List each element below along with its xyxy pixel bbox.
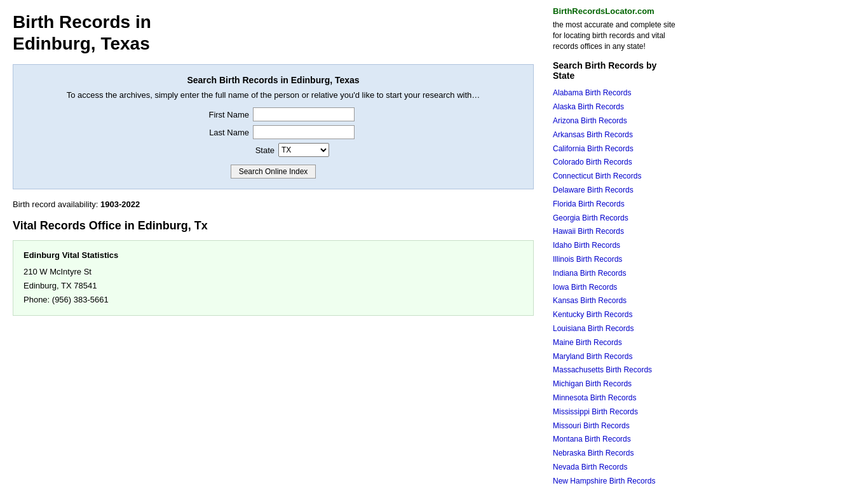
state-link-item: New Hampshire Birth Records [553,474,680,488]
office-address1: 210 W McIntyre St [24,265,523,279]
office-city-state-zip: Edinburg, TX 78541 [24,279,523,293]
last-name-input[interactable] [253,125,355,139]
state-link-item: Arkansas Birth Records [553,128,680,142]
state-link-item: Nebraska Birth Records [553,446,680,460]
state-link[interactable]: Alabama Birth Records [553,88,631,97]
state-link-item: Connecticut Birth Records [553,169,680,183]
state-link[interactable]: Massachusetts Birth Records [553,365,652,374]
state-link[interactable]: Delaware Birth Records [553,186,634,194]
state-select[interactable]: ALAKAZARCACOCTDEFLGAHIIDILINIAKSKYLAMEMD… [278,143,329,157]
last-name-row: Last Name [192,125,355,139]
state-link-item: Alaska Birth Records [553,100,680,114]
state-link[interactable]: Idaho Birth Records [553,241,620,250]
search-form: First Name Last Name State ALAKAZARCACOC… [24,107,523,179]
state-link-item: Florida Birth Records [553,197,680,211]
search-button[interactable]: Search Online Index [231,165,316,179]
state-link-item: Arizona Birth Records [553,114,680,128]
state-link[interactable]: Mississippi Birth Records [553,407,638,416]
state-link-item: Indiana Birth Records [553,266,680,280]
office-card: Edinburg Vital Statistics 210 W McIntyre… [13,240,534,315]
site-link[interactable]: BirthRecordsLocator.com [553,6,654,16]
state-link-item: Hawaii Birth Records [553,224,680,238]
sidebar-heading: Search Birth Records by State [553,60,680,81]
state-link-item: Kentucky Birth Records [553,308,680,322]
state-link-item: Georgia Birth Records [553,211,680,225]
state-link-item: Idaho Birth Records [553,238,680,252]
state-label: State [217,146,275,155]
state-link-item: Minnesota Birth Records [553,391,680,405]
page-title: Birth Records in Edinburg, Texas [13,11,534,54]
state-link[interactable]: Indiana Birth Records [553,269,626,278]
vital-records-heading: Vital Records Office in Edinburg, Tx [13,219,534,233]
state-link-item: Alabama Birth Records [553,86,680,100]
sidebar: BirthRecordsLocator.com the most accurat… [546,6,680,488]
state-link[interactable]: Connecticut Birth Records [553,172,641,180]
state-link[interactable]: Alaska Birth Records [553,102,624,111]
state-link[interactable]: Kansas Birth Records [553,296,627,305]
state-link-item: Colorado Birth Records [553,155,680,169]
state-link-item: Delaware Birth Records [553,183,680,197]
state-link[interactable]: Maryland Birth Records [553,352,632,361]
state-link[interactable]: Michigan Birth Records [553,379,632,388]
state-link-item: Mississippi Birth Records [553,405,680,419]
state-link-item: Massachusetts Birth Records [553,363,680,377]
state-link-item: Kansas Birth Records [553,294,680,308]
availability-text: Birth record availability: 1903-2022 [13,200,534,209]
office-phone: Phone: (956) 383-5661 [24,293,523,307]
state-link[interactable]: Nevada Birth Records [553,463,627,471]
state-link[interactable]: New Hampshire Birth Records [553,477,655,485]
state-link[interactable]: Louisiana Birth Records [553,324,634,333]
first-name-label: First Name [192,110,249,119]
state-link[interactable]: Iowa Birth Records [553,283,617,292]
state-link[interactable]: Montana Birth Records [553,435,631,444]
state-link[interactable]: Arkansas Birth Records [553,130,633,139]
state-link[interactable]: Colorado Birth Records [553,158,632,166]
state-link-item: Illinois Birth Records [553,252,680,266]
state-link[interactable]: Illinois Birth Records [553,255,622,264]
search-button-row: Search Online Index [231,165,316,179]
sidebar-description: the most accurate and complete site for … [553,20,680,51]
state-link-item: California Birth Records [553,142,680,156]
state-link-item: Maryland Birth Records [553,349,680,363]
state-link-item: Maine Birth Records [553,336,680,349]
state-link[interactable]: Kentucky Birth Records [553,310,632,319]
state-link[interactable]: Missouri Birth Records [553,421,630,430]
first-name-row: First Name [192,107,355,121]
availability-years: 1903-2022 [100,200,140,209]
last-name-label: Last Name [192,128,249,137]
state-link[interactable]: Florida Birth Records [553,200,625,208]
state-link-item: Montana Birth Records [553,432,680,446]
state-link-item: Iowa Birth Records [553,280,680,294]
state-link-item: Missouri Birth Records [553,419,680,433]
state-link[interactable]: California Birth Records [553,144,634,153]
search-box-description: To access the archives, simply enter the… [24,90,523,100]
state-link-item: Nevada Birth Records [553,460,680,474]
main-content: Birth Records in Edinburg, Texas Search … [13,6,546,488]
state-link[interactable]: Hawaii Birth Records [553,227,624,236]
state-link[interactable]: Minnesota Birth Records [553,393,636,402]
first-name-input[interactable] [253,107,355,121]
state-link-item: Louisiana Birth Records [553,322,680,336]
state-link[interactable]: Arizona Birth Records [553,116,627,125]
office-name: Edinburg Vital Statistics [24,248,523,262]
search-box-heading: Search Birth Records in Edinburg, Texas [24,75,523,85]
state-row: State ALAKAZARCACOCTDEFLGAHIIDILINIAKSKY… [217,143,329,157]
search-box: Search Birth Records in Edinburg, Texas … [13,64,534,189]
state-link-item: Michigan Birth Records [553,377,680,391]
state-link[interactable]: Nebraska Birth Records [553,449,634,458]
state-links-list: Alabama Birth RecordsAlaska Birth Record… [553,86,680,488]
state-link[interactable]: Maine Birth Records [553,338,622,347]
state-link[interactable]: Georgia Birth Records [553,214,628,222]
